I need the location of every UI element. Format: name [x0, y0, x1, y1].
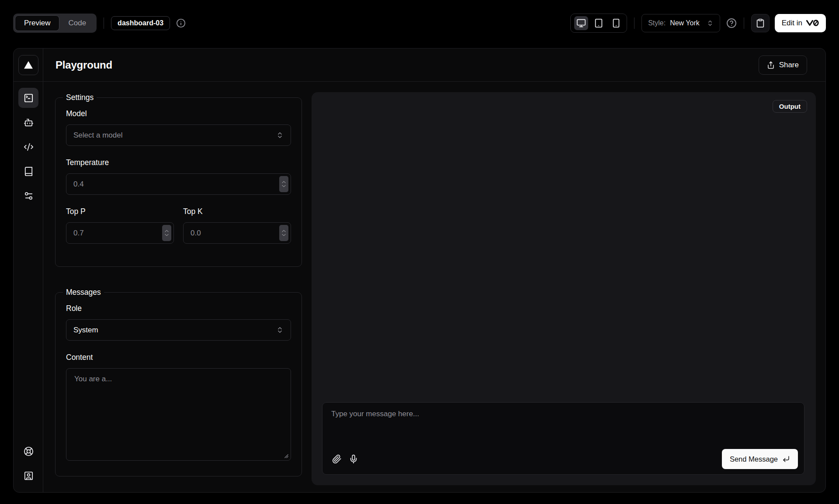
settings-sliders-icon	[24, 191, 34, 201]
microphone-button[interactable]	[345, 451, 362, 467]
sidebar-item-account[interactable]	[18, 466, 38, 486]
number-stepper[interactable]	[279, 225, 288, 241]
top-k-label: Top K	[183, 207, 291, 216]
attach-file-button[interactable]	[329, 451, 345, 467]
edit-in-v0-label: Edit in	[782, 19, 802, 28]
info-icon[interactable]	[176, 18, 186, 28]
messages-fieldset: Messages Role System Content	[55, 288, 302, 476]
role-label: Role	[66, 304, 291, 313]
model-select-placeholder: Select a model	[73, 131, 122, 140]
style-select-label: Style:	[648, 19, 666, 27]
role-select[interactable]: System	[66, 319, 291, 341]
app-preview-panel: Playground Share Settings Model Select a…	[13, 48, 826, 493]
corner-down-left-icon	[782, 455, 790, 463]
separator	[744, 17, 744, 29]
top-k-field	[183, 222, 291, 244]
device-preview-toggle	[570, 14, 627, 33]
vercel-triangle-icon	[24, 61, 33, 69]
block-name-badge: dashboard-03	[111, 16, 170, 30]
role-select-value: System	[73, 326, 98, 335]
temperature-label: Temperature	[66, 158, 291, 167]
square-user-icon	[24, 471, 34, 481]
copy-code-button[interactable]	[751, 14, 770, 32]
chevrons-up-down-icon	[276, 131, 284, 139]
sidebar-item-api[interactable]	[18, 137, 38, 157]
edit-in-v0-button[interactable]: Edit in	[775, 14, 826, 32]
temperature-field	[66, 173, 291, 195]
settings-legend: Settings	[63, 93, 97, 102]
sidebar-item-help[interactable]	[18, 441, 38, 461]
bot-icon	[24, 117, 34, 128]
life-buoy-icon	[24, 446, 34, 456]
share-icon	[767, 61, 775, 69]
message-composer: Send Message	[322, 402, 804, 475]
top-p-field	[66, 222, 174, 244]
code-icon	[24, 142, 34, 152]
send-message-button[interactable]: Send Message	[722, 449, 798, 469]
style-select[interactable]: Style: New York	[641, 14, 720, 32]
smartphone-icon[interactable]	[609, 16, 623, 30]
messages-legend: Messages	[63, 288, 104, 297]
top-toolbar: Preview Code dashboard-03 Style: New Yor…	[0, 0, 839, 46]
top-k-input[interactable]	[183, 222, 291, 244]
content-field	[66, 368, 291, 461]
logo-container	[14, 48, 43, 82]
share-button[interactable]: Share	[759, 55, 807, 75]
chevrons-up-down-icon	[276, 326, 284, 334]
icon-sidebar	[14, 48, 43, 492]
paperclip-icon	[332, 454, 342, 464]
separator	[104, 17, 104, 29]
separator	[634, 17, 634, 29]
sidebar-item-documentation[interactable]	[18, 161, 38, 181]
output-panel: Output Send Message	[312, 92, 816, 485]
temperature-input[interactable]	[66, 173, 291, 195]
send-message-label: Send Message	[730, 455, 778, 463]
circle-help-icon[interactable]	[726, 18, 737, 28]
square-terminal-icon	[24, 93, 34, 103]
tablet-icon[interactable]	[592, 16, 606, 30]
content-textarea[interactable]	[66, 368, 291, 461]
clipboard-icon	[756, 18, 765, 28]
share-label: Share	[779, 61, 799, 69]
model-label: Model	[66, 109, 291, 118]
v0-logo-icon	[806, 20, 819, 26]
sidebar-item-models[interactable]	[18, 112, 38, 132]
composer-toolbar: Send Message	[322, 447, 804, 474]
preview-tab[interactable]: Preview	[15, 15, 59, 31]
settings-fieldset: Settings Model Select a model Temperatur…	[55, 93, 302, 267]
model-select[interactable]: Select a model	[66, 124, 291, 146]
home-logo-button[interactable]	[18, 55, 38, 75]
style-select-value: New York	[670, 19, 700, 27]
monitor-icon[interactable]	[574, 16, 588, 30]
content-label: Content	[66, 353, 291, 362]
chevrons-up-down-icon	[707, 20, 714, 27]
code-tab[interactable]: Code	[59, 15, 95, 31]
mic-icon	[349, 454, 358, 464]
message-input[interactable]	[322, 403, 804, 447]
sidebar-item-settings[interactable]	[18, 186, 38, 206]
number-stepper[interactable]	[279, 176, 288, 192]
sidebar-item-playground[interactable]	[18, 88, 38, 108]
toolbar-left: Preview Code dashboard-03	[13, 14, 186, 33]
toolbar-right: Style: New York Edit in	[570, 14, 826, 33]
book-icon	[24, 166, 34, 176]
output-badge: Output	[773, 100, 807, 113]
resize-handle-icon[interactable]	[284, 453, 289, 459]
page-title: Playground	[55, 59, 112, 71]
view-toggle-group: Preview Code	[13, 14, 97, 33]
page-header: Playground	[43, 48, 825, 82]
number-stepper[interactable]	[162, 225, 171, 241]
top-p-label: Top P	[66, 207, 174, 216]
top-p-input[interactable]	[66, 222, 174, 244]
